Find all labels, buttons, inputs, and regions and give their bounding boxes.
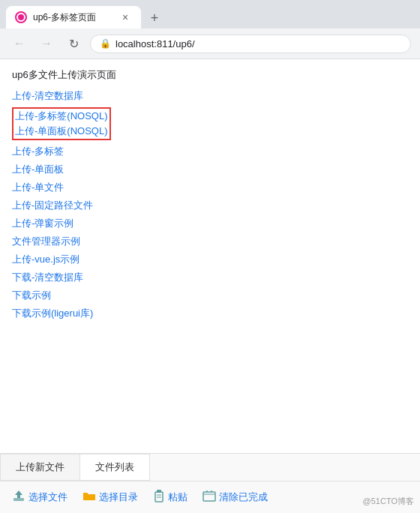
svg-marker-1 <box>15 490 22 498</box>
bottom-panel: 上传新文件 文件列表 选择文件选择目录粘贴清除已完成 <box>0 453 420 513</box>
link-item[interactable]: 上传-单文件 <box>12 181 408 194</box>
tab-upload-new[interactable]: 上传新文件 <box>0 454 80 481</box>
action-label: 清除已完成 <box>219 490 268 504</box>
tab-close-button[interactable]: × <box>118 10 132 24</box>
link-item[interactable]: 上传-清空数据库 <box>12 89 408 103</box>
link-item[interactable]: 下载示例(ligerui库) <box>12 307 408 320</box>
link-item[interactable]: 上传-vue.js示例 <box>12 253 408 266</box>
paste-icon <box>153 489 165 506</box>
tab-title: up6-多标签页面 <box>33 11 112 24</box>
panel-action-2[interactable]: 粘贴 <box>153 489 188 506</box>
watermark: @51CTO博客 <box>363 496 414 507</box>
back-button[interactable]: ← <box>9 33 30 54</box>
link-item[interactable]: 上传-固定路径文件 <box>12 199 408 212</box>
active-tab[interactable]: up6-多标签页面 × <box>6 6 141 28</box>
tab-favicon <box>15 11 27 23</box>
tab-bar: up6-多标签页面 × + <box>0 0 420 28</box>
panel-action-3[interactable]: 清除已完成 <box>202 489 268 506</box>
panel-action-1[interactable]: 选择目录 <box>82 490 138 505</box>
link-item[interactable]: 文件管理器示例 <box>12 235 408 248</box>
panel-action-0[interactable]: 选择文件 <box>12 489 68 506</box>
svg-rect-6 <box>203 492 215 501</box>
reload-button[interactable]: ↻ <box>63 33 84 54</box>
upload-icon <box>12 489 26 506</box>
forward-button[interactable]: → <box>36 33 57 54</box>
link-item[interactable]: 上传-多标签 <box>12 145 408 158</box>
page-title: up6多文件上传演示页面 <box>12 68 408 82</box>
link-item[interactable]: 上传-弹窗示例 <box>12 217 408 230</box>
svg-rect-3 <box>157 490 161 493</box>
panel-tabs: 上传新文件 文件列表 <box>0 454 420 482</box>
links-container: 上传-清空数据库上传-多标签(NOSQL)上传-单面板(NOSQL)上传-多标签… <box>12 89 408 320</box>
tab-file-list[interactable]: 文件列表 <box>80 454 150 481</box>
actions-container: 选择文件选择目录粘贴清除已完成 <box>12 489 268 506</box>
browser-chrome: up6-多标签页面 × + ← → ↻ 🔒 localhost:811/up6/ <box>0 0 420 59</box>
address-input[interactable]: 🔒 localhost:811/up6/ <box>90 34 411 53</box>
highlighted-links-group: 上传-多标签(NOSQL)上传-单面板(NOSQL) <box>12 107 111 140</box>
page-content: up6多文件上传演示页面 上传-清空数据库上传-多标签(NOSQL)上传-单面板… <box>0 59 420 506</box>
link-item[interactable]: 下载-清空数据库 <box>12 271 408 284</box>
address-text: localhost:811/up6/ <box>116 38 195 50</box>
lock-icon: 🔒 <box>100 38 111 49</box>
panel-actions: 选择文件选择目录粘贴清除已完成 <box>0 482 420 513</box>
action-label: 选择目录 <box>99 490 138 504</box>
action-label: 选择文件 <box>28 490 68 504</box>
address-bar: ← → ↻ 🔒 localhost:811/up6/ <box>0 28 420 58</box>
link-item[interactable]: 上传-单面板 <box>12 163 408 176</box>
clear-icon <box>202 489 216 506</box>
link-item[interactable]: 上传-单面板(NOSQL) <box>14 124 110 139</box>
link-item[interactable]: 上传-多标签(NOSQL) <box>14 109 110 124</box>
link-item[interactable]: 下载示例 <box>12 289 408 302</box>
folder-icon <box>82 490 96 505</box>
svg-rect-0 <box>14 498 24 501</box>
new-tab-button[interactable]: + <box>144 8 165 28</box>
action-label: 粘贴 <box>168 490 188 504</box>
